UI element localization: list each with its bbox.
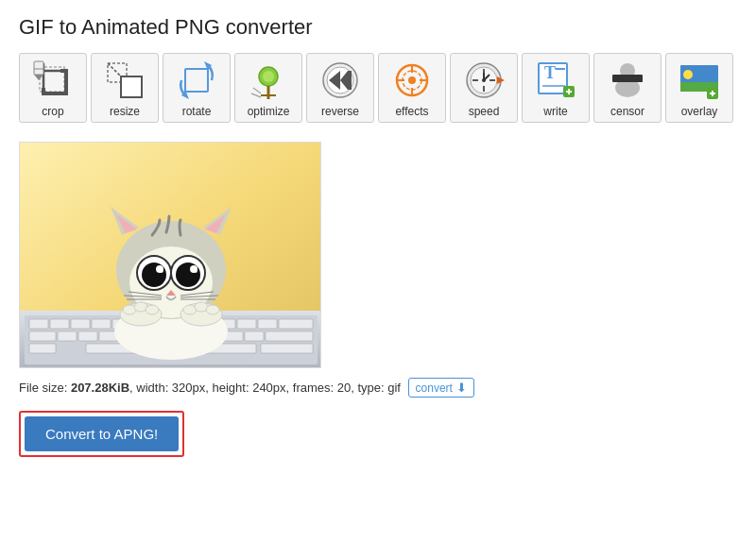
svg-point-118 — [206, 305, 219, 314]
tool-rotate[interactable]: rotate — [163, 53, 231, 123]
svg-point-102 — [160, 269, 163, 273]
svg-rect-4 — [34, 61, 43, 75]
toolbar: crop resize rotate — [19, 53, 737, 123]
file-size: 207.28KiB — [71, 381, 129, 395]
svg-rect-75 — [58, 331, 77, 341]
svg-rect-71 — [237, 319, 256, 329]
tool-speed[interactable]: speed — [450, 53, 518, 123]
optimize-icon — [246, 58, 291, 103]
svg-point-98 — [142, 263, 166, 287]
gif-preview — [19, 142, 321, 368]
overlay-icon — [677, 58, 722, 103]
svg-line-17 — [251, 93, 261, 97]
svg-rect-88 — [261, 344, 313, 353]
write-icon: T — [533, 58, 578, 103]
svg-point-54 — [683, 70, 693, 79]
svg-rect-62 — [50, 319, 69, 329]
tool-crop[interactable]: crop — [19, 53, 87, 123]
svg-point-14 — [263, 71, 274, 82]
file-details: , width: 320px, height: 240px, frames: 2… — [129, 381, 401, 395]
svg-rect-87 — [29, 344, 56, 353]
tool-reverse[interactable]: reverse — [306, 53, 374, 123]
svg-rect-76 — [78, 331, 97, 341]
svg-rect-73 — [279, 319, 313, 329]
svg-point-30 — [408, 76, 416, 84]
svg-rect-10 — [185, 69, 208, 92]
tool-optimize[interactable]: optimize — [234, 53, 302, 123]
effects-icon — [389, 58, 435, 103]
tool-overlay[interactable]: overlay — [665, 53, 733, 123]
svg-rect-84 — [245, 331, 264, 341]
convert-inline-button[interactable]: convert ⬇ — [408, 378, 474, 398]
tool-censor[interactable]: censor — [593, 53, 662, 123]
overlay-label: overlay — [681, 105, 718, 118]
file-info: File size: 207.28KiB, width: 320px, heig… — [19, 378, 737, 398]
convert-button-wrapper: Convert to APNG! — [19, 411, 184, 457]
svg-rect-63 — [71, 319, 90, 329]
svg-point-99 — [176, 263, 200, 287]
file-info-prefix: File size: — [19, 381, 71, 395]
svg-line-18 — [253, 88, 261, 93]
tool-effects[interactable]: effects — [378, 53, 446, 123]
speed-label: speed — [469, 105, 500, 118]
svg-text:T: T — [544, 63, 556, 82]
reverse-label: reverse — [321, 105, 359, 118]
svg-point-115 — [146, 305, 159, 314]
speed-icon — [461, 58, 507, 103]
convert-inline-label: convert — [416, 381, 453, 395]
svg-point-40 — [482, 78, 486, 82]
tool-write[interactable]: T write — [522, 53, 590, 123]
resize-icon — [102, 58, 147, 103]
svg-marker-5 — [34, 75, 43, 80]
image-preview-area — [19, 142, 737, 368]
svg-rect-85 — [266, 331, 313, 341]
censor-label: censor — [610, 105, 644, 118]
svg-rect-51 — [612, 75, 643, 82]
resize-label: resize — [110, 105, 140, 118]
svg-rect-72 — [258, 319, 277, 329]
svg-rect-8 — [121, 76, 142, 97]
download-icon: ⬇ — [456, 381, 467, 395]
cat-illustration — [20, 143, 321, 368]
crop-label: crop — [42, 105, 63, 118]
crop-icon — [30, 58, 76, 103]
svg-point-103 — [194, 269, 198, 273]
rotate-label: rotate — [182, 105, 212, 118]
tool-resize[interactable]: resize — [91, 53, 159, 123]
page-title: GIF to Animated PNG converter — [19, 15, 737, 40]
reverse-icon — [318, 58, 363, 103]
censor-icon — [605, 58, 650, 103]
svg-line-9 — [108, 63, 121, 76]
svg-rect-64 — [92, 319, 111, 329]
write-label: write — [543, 105, 567, 118]
optimize-label: optimize — [248, 105, 290, 118]
svg-rect-23 — [348, 71, 352, 90]
convert-apng-button[interactable]: Convert to APNG! — [25, 416, 179, 451]
svg-rect-61 — [29, 319, 48, 329]
rotate-icon — [174, 58, 219, 103]
effects-label: effects — [395, 105, 428, 118]
svg-rect-74 — [29, 331, 56, 341]
